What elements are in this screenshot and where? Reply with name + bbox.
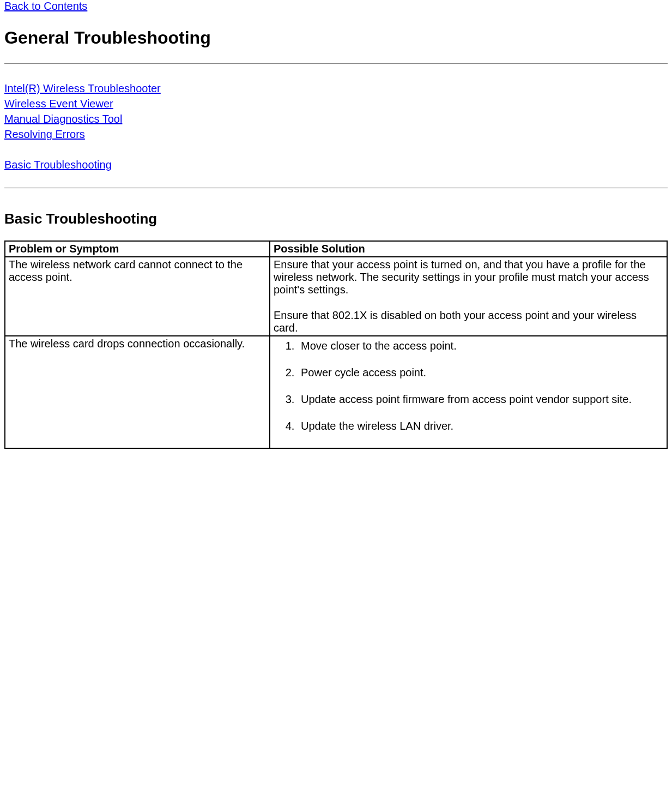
table-header-solution: Possible Solution [270, 241, 667, 257]
link-intel-wireless-troubleshooter[interactable]: Intel(R) Wireless Troubleshooter [4, 82, 161, 94]
table-cell-solution: Move closer to the access point. Power c… [270, 336, 667, 448]
back-to-contents-link[interactable]: Back to Contents [4, 0, 87, 12]
list-item: Move closer to the access point. [298, 340, 663, 352]
solution-paragraph: Ensure that 802.1X is disabled on both y… [274, 309, 637, 334]
table-row: The wireless card drops connection occas… [5, 336, 667, 448]
link-manual-diagnostics-tool[interactable]: Manual Diagnostics Tool [4, 113, 122, 125]
table-header-problem: Problem or Symptom [5, 241, 270, 257]
solution-list: Move closer to the access point. Power c… [274, 340, 663, 432]
list-item: Update access point firmware from access… [298, 393, 663, 406]
page-title: General Troubleshooting [4, 28, 668, 48]
table-header-row: Problem or Symptom Possible Solution [5, 241, 667, 257]
link-resolving-errors[interactable]: Resolving Errors [4, 128, 85, 140]
solution-paragraph: Ensure that your access point is turned … [274, 258, 649, 296]
list-item: Update the wireless LAN driver. [298, 420, 663, 432]
table-cell-solution: Ensure that your access point is turned … [270, 257, 667, 336]
table-cell-problem: The wireless network card cannot connect… [5, 257, 270, 336]
link-basic-troubleshooting[interactable]: Basic Troubleshooting [4, 159, 112, 171]
table-cell-problem: The wireless card drops connection occas… [5, 336, 270, 448]
list-item: Power cycle access point. [298, 366, 663, 379]
divider [4, 63, 668, 64]
table-row: The wireless network card cannot connect… [5, 257, 667, 336]
troubleshooting-table: Problem or Symptom Possible Solution The… [4, 240, 668, 449]
section-heading-basic-troubleshooting: Basic Troubleshooting [4, 210, 668, 227]
link-wireless-event-viewer[interactable]: Wireless Event Viewer [4, 98, 113, 110]
divider [4, 188, 668, 189]
section-links: Intel(R) Wireless Troubleshooter Wireles… [4, 81, 668, 172]
